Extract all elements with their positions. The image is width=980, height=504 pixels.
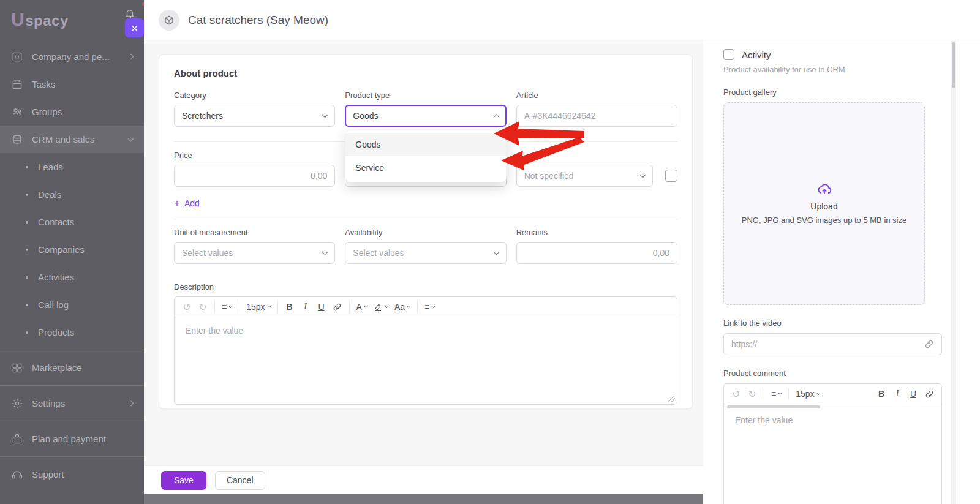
dropdown-option-goods[interactable]: Goods <box>345 133 505 156</box>
dropdown-option-service[interactable]: Service <box>345 156 505 179</box>
activity-label: Activity <box>742 50 771 60</box>
align-left-button[interactable]: ≡ <box>769 386 784 401</box>
align-button[interactable]: ≡ <box>422 299 437 314</box>
chevron-down-icon <box>431 304 435 308</box>
video-label: Link to the video <box>723 318 980 328</box>
sidebar-item-tasks[interactable]: Tasks <box>0 70 144 98</box>
sidebar-subitem-label: Products <box>38 327 74 337</box>
product-type-value: Goods <box>353 111 494 121</box>
italic-button[interactable]: I <box>890 386 905 401</box>
sidebar-divider <box>0 385 144 386</box>
sidebar-subitem-label: Call log <box>38 299 69 310</box>
add-price-button[interactable]: + Add <box>174 198 200 208</box>
chevron-down-icon <box>778 391 782 395</box>
page-scrollbar-thumb[interactable] <box>952 42 956 88</box>
bold-button[interactable]: B <box>282 299 297 314</box>
bullet-icon <box>26 331 28 334</box>
activity-checkbox[interactable] <box>723 49 734 60</box>
font-size-button[interactable]: 15px <box>244 299 273 314</box>
description-editor-body[interactable]: Enter the value <box>175 317 677 344</box>
sidebar-item-label: Plan and payment <box>32 434 106 444</box>
toolbar-horizontal-scrollbar[interactable] <box>727 405 820 408</box>
sidebar-item-crm[interactable]: CRM and sales <box>0 126 144 153</box>
description-editor: ↺ ↻ ≡ 15px B I U A <box>174 296 677 405</box>
redo-icon[interactable]: ↻ <box>195 299 210 314</box>
undo-icon[interactable]: ↺ <box>729 386 744 401</box>
sidebar-item-deals[interactable]: Deals <box>0 181 144 208</box>
bold-button[interactable]: B <box>874 386 889 401</box>
category-select[interactable]: Scretchers <box>174 105 335 127</box>
chevron-down-icon <box>640 171 646 178</box>
tax-select[interactable]: Not specified <box>516 165 653 187</box>
letter-case-button[interactable]: Aa <box>392 299 413 314</box>
unit-label: Unit of measurement <box>174 228 335 237</box>
unit-select[interactable]: Select values <box>174 242 335 264</box>
unit-placeholder: Select values <box>182 248 323 258</box>
underline-button[interactable]: U <box>906 386 921 401</box>
category-field: Category Scretchers <box>174 91 335 127</box>
underline-button[interactable]: U <box>314 299 329 314</box>
upload-label: Upload <box>810 201 837 211</box>
italic-button[interactable]: I <box>298 299 313 314</box>
sidebar-item-contacts[interactable]: Contacts <box>0 208 144 236</box>
availability-select[interactable]: Select values <box>345 242 506 264</box>
price-label: Price <box>174 151 335 160</box>
sidebar-item-leads[interactable]: Leads <box>0 153 144 181</box>
link-button[interactable] <box>922 386 937 401</box>
sidebar-item-activities[interactable]: Activities <box>0 263 144 291</box>
sidebar-item-company[interactable]: Company and pe... <box>0 43 144 70</box>
price-input-wrap <box>174 165 335 187</box>
undo-icon[interactable]: ↺ <box>179 299 194 314</box>
coins-icon <box>11 134 23 146</box>
font-size-button[interactable]: 15px <box>793 386 822 401</box>
page-scrollbar-track[interactable] <box>951 40 956 504</box>
highlight-button[interactable] <box>371 299 391 314</box>
modal-header: Cat scratchers (Say Meow) <box>144 0 980 40</box>
chevron-down-icon <box>816 391 820 395</box>
sidebar-item-label: Groups <box>32 107 62 117</box>
modal-close-button[interactable]: × <box>125 18 144 37</box>
article-input[interactable] <box>524 111 669 121</box>
comment-placeholder: Enter the value <box>735 415 793 425</box>
price-input[interactable] <box>182 171 327 181</box>
sidebar-subitem-label: Deals <box>38 189 61 200</box>
save-button[interactable]: Save <box>161 471 206 490</box>
resize-handle-icon[interactable] <box>668 396 675 402</box>
sidebar-item-groups[interactable]: Groups <box>0 98 144 126</box>
activity-hint: Product availability for use in CRM <box>723 65 980 74</box>
redo-icon[interactable]: ↻ <box>745 386 760 401</box>
upload-dropzone[interactable]: Upload PNG, JPG and SVG images up to 5 M… <box>723 102 925 305</box>
chevron-up-icon <box>493 114 499 120</box>
about-product-card: About product Category Scretchers Produc… <box>159 54 693 409</box>
cancel-button[interactable]: Cancel <box>215 471 265 490</box>
sidebar-item-plan-payment[interactable]: Plan and payment <box>0 425 144 453</box>
sidebar-item-label: Support <box>32 469 64 480</box>
notifications-bell-icon[interactable] <box>124 8 135 19</box>
uspacy-logo[interactable]: Uspacy <box>11 9 69 30</box>
bag-icon <box>11 433 23 445</box>
sidebar-subitem-label: Leads <box>38 162 63 172</box>
tax-checkbox[interactable] <box>665 170 677 182</box>
sidebar-item-marketplace[interactable]: Marketplace <box>0 354 144 382</box>
upload-cloud-icon <box>817 182 832 197</box>
text-color-button[interactable]: A <box>354 299 370 314</box>
sidebar-item-products[interactable]: Products <box>0 318 144 346</box>
sidebar-item-label: Company and pe... <box>32 51 110 62</box>
video-url-input[interactable] <box>731 339 924 349</box>
sidebar-item-call-log[interactable]: Call log <box>0 291 144 318</box>
product-type-select[interactable]: Goods <box>345 105 506 127</box>
add-label: Add <box>184 198 200 208</box>
chevron-down-icon <box>128 135 134 141</box>
sidebar-item-companies[interactable]: Companies <box>0 236 144 263</box>
link-button[interactable] <box>330 299 345 314</box>
align-left-button[interactable]: ≡ <box>219 299 235 314</box>
description-toolbar: ↺ ↻ ≡ 15px B I U A <box>175 297 677 317</box>
sidebar-item-support[interactable]: Support <box>0 461 144 488</box>
remains-input[interactable] <box>524 248 669 258</box>
sidebar-subitem-label: Companies <box>38 244 85 255</box>
chevron-right-icon <box>128 401 134 407</box>
product-cube-icon <box>159 10 179 31</box>
chevron-down-icon <box>493 249 499 255</box>
sidebar-item-settings[interactable]: Settings <box>0 389 144 417</box>
comment-editor-body[interactable]: Enter the value <box>724 404 941 434</box>
